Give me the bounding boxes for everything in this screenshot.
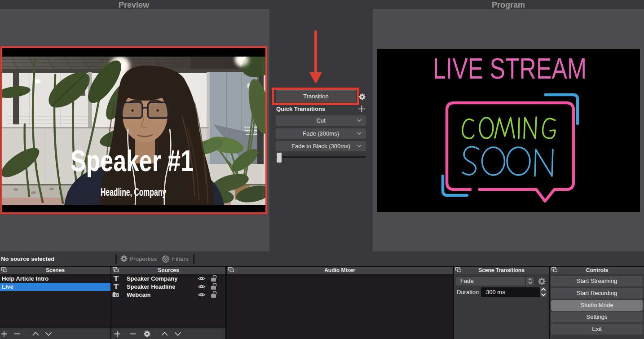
- svg-text:Speaker #1: Speaker #1: [71, 144, 194, 177]
- svg-text:Headline, Company: Headline, Company: [101, 186, 166, 198]
- svg-text:LIVE STREAM: LIVE STREAM: [433, 53, 587, 85]
